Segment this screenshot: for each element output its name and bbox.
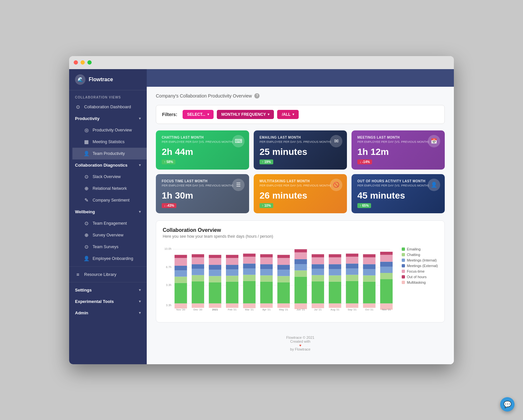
team-surveys-icon: ⊙	[83, 244, 89, 250]
filter-select-label: SELECT...	[187, 112, 205, 117]
footer-copyright: Flowtrace © 2021	[162, 336, 438, 339]
svg-rect-86	[363, 275, 375, 281]
svg-rect-94	[380, 266, 393, 273]
svg-rect-89	[363, 257, 375, 264]
filter-frequency-label: MONTHLY FREQUENCY	[221, 112, 266, 117]
page-title-row: Company's Collaboration Productivity Ove…	[156, 93, 445, 98]
engagement-icon: ⊙	[83, 220, 89, 226]
svg-rect-29	[226, 281, 238, 303]
chart-wrapper: 10.0h 6.7h 3.3h 3.3h	[163, 244, 396, 316]
metric-card-chatting: ⌨ CHATTING LAST MONTH PER EMPLOYEE PER D…	[156, 130, 249, 170]
minimize-button[interactable]	[81, 60, 85, 65]
sidebar-item-company-sentiment[interactable]: ✎ Company Sentiment	[72, 194, 147, 206]
svg-rect-83	[346, 253, 358, 257]
svg-rect-74	[329, 264, 341, 269]
svg-rect-79	[346, 275, 358, 281]
out-of-hours-value: 45 minutes	[357, 190, 439, 201]
sidebar-group-settings[interactable]: Settings ▾	[69, 284, 147, 296]
filter-frequency-button[interactable]: MONTHLY FREQUENCY ▾	[217, 110, 274, 119]
multitasking-label: MULTITASKING LAST MONTH	[260, 179, 341, 183]
sidebar-item-relational-network[interactable]: ⊕ Relational Network	[72, 183, 147, 194]
svg-rect-42	[243, 303, 256, 308]
svg-rect-72	[329, 275, 341, 281]
sidebar-group-diagnostics[interactable]: Collaboration Diagnostics ▾	[69, 159, 147, 171]
maximize-button[interactable]	[87, 60, 92, 65]
chatting-sublabel: PER EMPLOYEE PER DAY (VS. PREVIOUS MONTH…	[162, 140, 243, 143]
svg-rect-77	[329, 303, 341, 308]
svg-rect-75	[329, 257, 341, 264]
help-icon[interactable]: ?	[254, 93, 260, 98]
sidebar-sub-wellbeing: ⊙ Team Engagement ⊕ Survey Overview ⊙ Te…	[69, 218, 147, 264]
sidebar-item-team-surveys[interactable]: ⊙ Team Surveys	[72, 241, 147, 253]
chatting-label: CHATTING LAST MONTH	[162, 136, 243, 139]
sidebar-item-resource-library[interactable]: ≡ Resource Library	[69, 269, 147, 280]
svg-rect-31	[226, 269, 238, 276]
svg-rect-38	[243, 268, 256, 275]
main-content: Company's Collaboration Productivity Ove…	[147, 69, 454, 364]
sidebar-sub-diagnostics: ⊙ Slack Overview ⊕ Relational Network ✎ …	[69, 171, 147, 206]
svg-rect-62	[294, 249, 307, 252]
svg-rect-25	[209, 265, 221, 270]
svg-rect-39	[243, 263, 256, 268]
filter-all-button[interactable]: /ALL ▾	[277, 110, 299, 119]
sidebar-group-experimental[interactable]: Experimental Tools ▾	[69, 296, 147, 307]
svg-rect-70	[312, 303, 324, 308]
sidebar-group-diagnostics-label: Collaboration Diagnostics	[75, 163, 127, 168]
section-title-collab: COLLABORATION VIEWS	[69, 90, 147, 101]
sidebar-item-slack-overview[interactable]: ⊙ Slack Overview	[72, 171, 147, 183]
svg-rect-45	[260, 269, 273, 275]
relational-icon: ⊕	[83, 186, 89, 191]
svg-rect-9	[174, 277, 187, 283]
sidebar-item-team-productivity[interactable]: 👤 Team Productivity	[72, 148, 147, 159]
chart-area: 10.0h 6.7h 3.3h 3.3h	[163, 244, 438, 316]
sidebar-item-collaboration-dashboard[interactable]: ⊙ Collaboration Dashboard	[69, 101, 147, 113]
svg-rect-44	[260, 275, 273, 281]
svg-rect-96	[380, 255, 393, 262]
legend-color-chatting	[402, 253, 405, 256]
svg-rect-93	[380, 273, 393, 279]
footer-tagline: Created with	[162, 339, 438, 343]
svg-rect-84	[346, 303, 358, 308]
svg-rect-66	[312, 269, 324, 275]
chart-section: Collaboration Overview Here you see how …	[156, 220, 445, 322]
svg-rect-95	[380, 262, 393, 266]
svg-rect-90	[363, 254, 375, 257]
sidebar-label-team-productivity: Team Productivity	[93, 151, 125, 156]
caret-icon-3: ▾	[292, 112, 294, 116]
focus-sublabel: PER EMPLOYEE PER DAY (VS. PREVIOUS MONTH…	[162, 184, 243, 187]
team-productivity-icon: 👤	[83, 151, 89, 157]
filter-select-button[interactable]: SELECT... ▾	[183, 110, 214, 119]
emailing-sublabel: PER EMPLOYEE PER DAY (VS. PREVIOUS MONTH…	[260, 140, 341, 143]
legend-label-multitasking: Multitasking	[407, 280, 426, 284]
sidebar-group-productivity[interactable]: Productivity ▾	[69, 113, 147, 124]
svg-rect-17	[192, 269, 204, 275]
sidebar-item-employee-onboarding[interactable]: 👤 Employee Onboarding	[72, 253, 147, 264]
svg-rect-23	[209, 276, 221, 282]
sidebar-item-team-engagement[interactable]: ⊙ Team Engagement	[72, 218, 147, 229]
out-of-hours-badge: ↑ 65%	[357, 203, 371, 208]
sidebar-item-survey-overview[interactable]: ⊕ Survey Overview	[72, 229, 147, 241]
svg-rect-52	[277, 270, 290, 276]
svg-rect-69	[312, 254, 324, 257]
sidebar-sub-productivity: ◎ Productivity Overview ▦ Meeting Statis…	[69, 124, 147, 159]
chevron-icon-settings: ▾	[139, 288, 141, 292]
svg-rect-53	[277, 265, 290, 270]
sidebar-group-admin[interactable]: Admin ▾	[69, 307, 147, 319]
svg-text:Mar '21: Mar '21	[245, 308, 254, 311]
svg-rect-11	[174, 266, 187, 270]
svg-text:Jun '21: Jun '21	[296, 308, 305, 311]
svg-text:2021: 2021	[212, 308, 218, 311]
sidebar-group-wellbeing[interactable]: Wellbeing ▾	[69, 206, 147, 218]
legend-label-meetings-internal: Meetings (Internal)	[407, 258, 437, 262]
svg-rect-40	[243, 257, 256, 263]
titlebar	[69, 56, 454, 69]
sidebar-item-meeting-statistics[interactable]: ▦ Meeting Statistics	[72, 136, 147, 148]
svg-rect-13	[174, 255, 187, 258]
sidebar-item-productivity-overview[interactable]: ◎ Productivity Overview	[72, 124, 147, 136]
svg-text:Nov '20: Nov '20	[176, 308, 186, 311]
legend-label-out-of-hours: Out of hours	[407, 275, 427, 279]
logo-icon: 🌊	[75, 74, 85, 85]
close-button[interactable]	[74, 60, 78, 65]
sidebar-group-productivity-label: Productivity	[75, 116, 99, 121]
chat-bubble-button[interactable]: 💬	[500, 397, 515, 412]
